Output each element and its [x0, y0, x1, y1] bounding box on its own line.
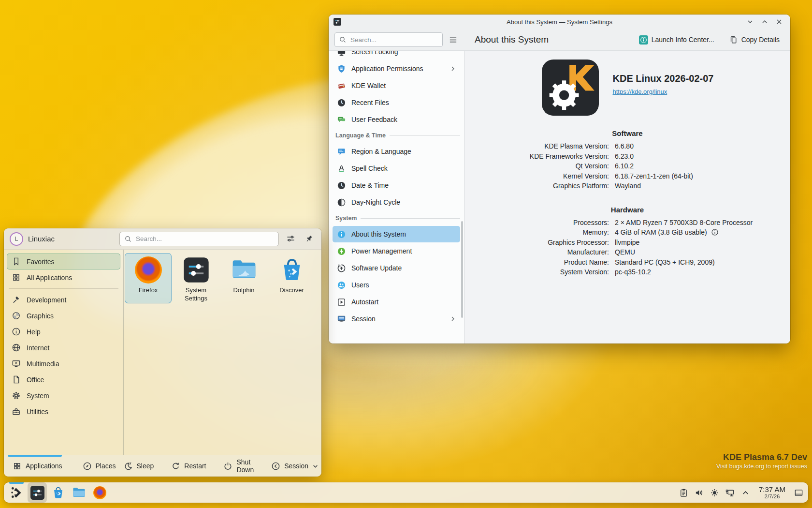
info-center-icon — [639, 35, 648, 45]
volume-icon[interactable] — [693, 485, 706, 500]
users-icon — [337, 281, 346, 290]
sidebar-item-favorites[interactable]: Favorites — [7, 254, 120, 269]
plasma-version-text: KDE Plasma 6.7 Dev — [716, 452, 807, 463]
sidebar-item-all-applications[interactable]: All Applications — [7, 269, 120, 285]
system-settings-window: About this System — System Settings Abou… — [329, 15, 790, 344]
toolbox-icon — [12, 407, 21, 416]
minimize-button[interactable] — [744, 16, 756, 28]
copy-details-button[interactable]: Copy Details — [725, 33, 783, 47]
system-tray — [677, 485, 753, 500]
report-issues-text: Visit bugs.kde.org to report issues — [716, 463, 807, 471]
software-info-table: KDE Plasma Version:6.6.80 KDE Frameworks… — [468, 141, 787, 191]
tab-applications[interactable]: Applications — [9, 459, 66, 474]
app-tile-discover[interactable]: Discover — [268, 253, 315, 303]
power-icon — [223, 462, 232, 471]
sidebar-item-date-time[interactable]: Date & Time — [333, 177, 460, 194]
dolphin-folder-icon — [231, 256, 258, 284]
avatar[interactable]: L — [10, 232, 23, 246]
sidebar-item-power-management[interactable]: Power Management — [333, 243, 460, 259]
divider — [9, 288, 118, 289]
app-tile-firefox[interactable]: Firefox — [125, 253, 172, 303]
system-settings-icon — [183, 256, 210, 284]
sidebar-scrollbar[interactable] — [461, 221, 463, 318]
hardware-heading: Hardware — [468, 206, 787, 214]
digital-clock[interactable]: 7:37 AM 2/7/26 — [754, 485, 790, 500]
expand-tray-icon[interactable] — [739, 485, 753, 500]
configure-icon[interactable] — [284, 232, 297, 246]
launcher-header: L Linuxiac — [4, 228, 321, 250]
restart-icon — [171, 462, 180, 471]
info-circle-icon — [337, 230, 346, 239]
sidebar-item-kde-wallet[interactable]: KDE Wallet — [333, 77, 460, 94]
screen-locking-icon — [337, 51, 346, 57]
grid-icon — [13, 462, 22, 471]
sidebar-item-utilities[interactable]: Utilities — [7, 403, 120, 419]
sidebar-item-development[interactable]: Development — [7, 292, 120, 308]
session-back-icon — [271, 462, 280, 471]
moon-icon — [124, 462, 133, 471]
update-arrow-icon — [337, 264, 346, 273]
plasma-panel: 7:37 AM 2/7/26 — [4, 482, 808, 503]
task-discover[interactable] — [48, 482, 68, 503]
sidebar-item-software-update[interactable]: Software Update — [333, 260, 460, 276]
transparency-circle-icon — [12, 311, 21, 320]
kde-linux-logo — [541, 60, 599, 117]
gear-icon — [12, 391, 21, 400]
sidebar-item-region-language[interactable]: Region & Language — [333, 143, 460, 160]
settings-search-input[interactable] — [349, 36, 438, 44]
favorites-grid: Firefox System Settings Dolphin Discover — [124, 250, 321, 455]
app-tile-system-settings[interactable]: System Settings — [173, 253, 219, 303]
launcher-search-field[interactable] — [119, 232, 279, 246]
sidebar-item-application-permissions[interactable]: Application Permissions — [333, 60, 460, 77]
sidebar-item-recent-files[interactable]: Recent Files — [333, 94, 460, 111]
sidebar-item-about-this-system[interactable]: About this System — [333, 226, 460, 242]
network-icon[interactable] — [724, 485, 737, 500]
search-icon — [124, 235, 132, 243]
active-tab-indicator — [8, 455, 62, 457]
task-system-settings[interactable] — [28, 482, 47, 503]
sidebar-item-spell-check[interactable]: Spell Check — [333, 160, 460, 177]
page-title: About this System — [475, 34, 549, 45]
sidebar-item-user-feedback[interactable]: User Feedback — [333, 111, 460, 128]
show-desktop-button[interactable] — [792, 485, 805, 500]
sidebar-item-internet[interactable]: Internet — [7, 340, 120, 356]
shut-down-button[interactable]: Shut Down — [219, 455, 258, 477]
tab-places[interactable]: Places — [79, 459, 120, 474]
restart-button[interactable]: Restart — [167, 459, 210, 474]
sidebar-item-session[interactable]: Session — [333, 311, 460, 327]
memory-info-icon[interactable] — [711, 228, 719, 236]
launcher-open-indicator — [9, 482, 24, 484]
monitor-play-icon — [12, 359, 21, 368]
task-firefox[interactable] — [90, 482, 109, 503]
launch-info-center-button[interactable]: Launch Info Center... — [635, 33, 718, 47]
application-launcher-button[interactable] — [7, 482, 26, 503]
sidebar-item-system[interactable]: System — [7, 388, 120, 403]
hamburger-menu-icon[interactable] — [446, 32, 460, 47]
pin-icon[interactable] — [302, 232, 316, 246]
power-bolt-icon — [337, 247, 346, 256]
session-button[interactable]: Session — [267, 459, 321, 474]
sidebar-item-users[interactable]: Users — [333, 277, 460, 293]
sidebar-item-help[interactable]: Help — [7, 324, 120, 340]
close-button[interactable] — [773, 16, 785, 28]
sidebar-item-autostart[interactable]: Autostart — [333, 294, 460, 310]
maximize-button[interactable] — [758, 16, 771, 28]
app-tile-dolphin[interactable]: Dolphin — [220, 253, 267, 303]
settings-search-field[interactable] — [334, 32, 443, 47]
sidebar-item-screen-locking[interactable]: Screen Locking — [333, 51, 460, 60]
os-link[interactable]: https://kde.org/linux — [613, 88, 667, 95]
document-icon — [12, 375, 21, 384]
titlebar[interactable]: About this System — System Settings — [329, 15, 790, 29]
shield-lock-icon — [337, 64, 346, 74]
sidebar-item-office[interactable]: Office — [7, 372, 120, 388]
language-bubble-icon — [337, 147, 346, 156]
task-dolphin[interactable] — [69, 482, 88, 503]
sidebar-item-day-night-cycle[interactable]: Day-Night Cycle — [333, 194, 460, 210]
clipboard-icon[interactable] — [677, 485, 691, 500]
firefox-icon — [135, 256, 162, 284]
sidebar-item-multimedia[interactable]: Multimedia — [7, 356, 120, 372]
brightness-icon[interactable] — [708, 485, 722, 500]
sidebar-item-graphics[interactable]: Graphics — [7, 308, 120, 324]
launcher-search-input[interactable] — [135, 235, 274, 243]
sleep-button[interactable]: Sleep — [120, 459, 158, 474]
